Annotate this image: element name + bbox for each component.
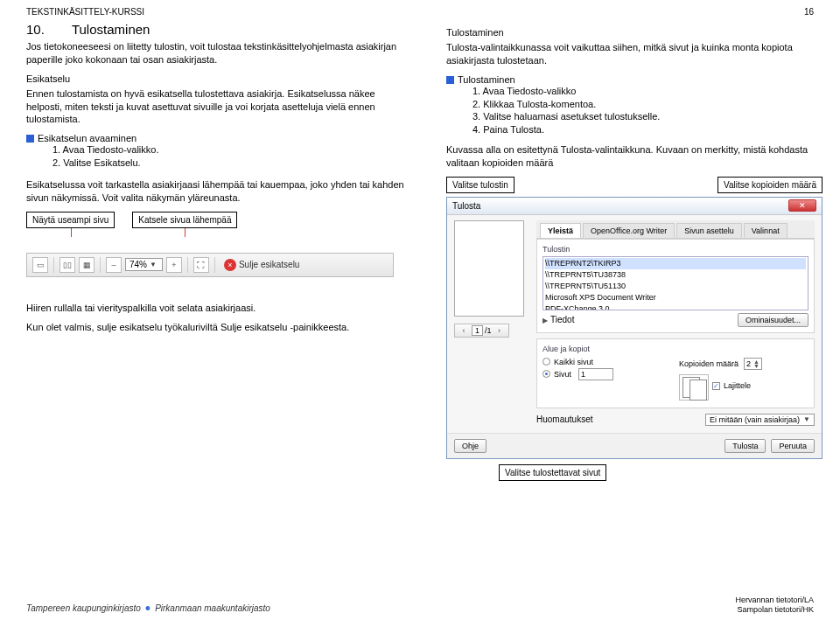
pages-input[interactable]: 1 bbox=[578, 368, 613, 380]
esikatselu-step-2: 2. Valitse Esikatselu. bbox=[52, 157, 411, 170]
print-button[interactable]: Tulosta bbox=[724, 439, 766, 453]
next-page-icon[interactable]: › bbox=[494, 326, 506, 335]
collate-icon bbox=[679, 374, 709, 401]
printer-item[interactable]: PDF-XChange 3.0 bbox=[545, 303, 806, 310]
radio-pages[interactable]: Sivut 1 bbox=[542, 368, 672, 380]
course-name: TEKSTINKÄSITTELY-KURSSI bbox=[26, 7, 144, 17]
page-footer: Hervannan tietotori/LA Sampolan tietotor… bbox=[735, 596, 814, 615]
esikatselu-step-1: 1. Avaa Tiedosto-valikko. bbox=[52, 143, 411, 157]
printer-item[interactable]: \\TREPRNT2\TKIRP3 bbox=[545, 258, 806, 269]
zoom-value[interactable]: 74%▼ bbox=[125, 258, 163, 271]
preview-toolbar: ▭ ▯▯ ▦ – 74%▼ + ⛶ × Sulje esikatselu bbox=[26, 253, 394, 277]
tab-writer[interactable]: OpenOffice.org Writer bbox=[583, 223, 675, 238]
esikatselu-p3: Hiiren rullalla tai vierityspalkilla voi… bbox=[26, 302, 411, 315]
esikatselu-p2: Esikatselussa voit tarkastella asiakirja… bbox=[26, 178, 411, 205]
cancel-button[interactable]: Peruuta bbox=[771, 439, 815, 453]
tulostaminen-p1: Tulosta-valintaikkunassa voit vaikuttaa … bbox=[446, 41, 822, 67]
tulostaminen-list-heading: Tulostaminen bbox=[458, 74, 515, 85]
printer-list[interactable]: \\TREPRNT2\TKIRP3 \\TREPRNT5\TU38738 \\T… bbox=[542, 256, 808, 310]
prev-page-icon[interactable]: ‹ bbox=[458, 326, 470, 335]
esikatselu-p1: Ennen tulostamista on hyvä esikatsella t… bbox=[26, 87, 411, 127]
radio-all-pages[interactable]: Kaikki sivut bbox=[542, 358, 672, 366]
page-single-icon[interactable]: ▭ bbox=[32, 257, 48, 273]
zoom-in-icon[interactable]: + bbox=[166, 257, 182, 273]
tulostaminen-step-2: 2. Klikkaa Tulosta-komentoa. bbox=[472, 98, 822, 111]
printer-item[interactable]: Microsoft XPS Document Writer bbox=[545, 292, 806, 303]
zoom-out-icon[interactable]: – bbox=[106, 257, 122, 273]
tulostaminen-step-4: 4. Paina Tulosta. bbox=[472, 123, 822, 136]
tulostaminen-step-1: 1. Avaa Tiedosto-valikko bbox=[472, 85, 822, 98]
library-logo: Tampereen kaupunginkirjasto • Pirkanmaan… bbox=[26, 603, 270, 613]
callout-zoom-closer: Katsele sivua lähempää bbox=[132, 212, 237, 228]
callout-select-pages: Valitse tulostettavat sivut bbox=[499, 464, 606, 481]
section-number: 10. bbox=[26, 22, 45, 37]
printer-item[interactable]: \\TREPRNT5\TU51130 bbox=[545, 281, 806, 292]
close-preview-label: Sulje esikatselu bbox=[239, 260, 299, 269]
page-counter-total: /1 bbox=[485, 326, 492, 335]
page-number: 16 bbox=[804, 7, 814, 17]
esikatselu-open-heading: Esikatselun avaaminen bbox=[38, 133, 136, 143]
page-counter-value[interactable]: 1 bbox=[472, 325, 483, 336]
callout-multi-page: Näytä useampi sivu bbox=[26, 212, 115, 228]
printer-item[interactable]: \\TREPRNT5\TU38738 bbox=[545, 269, 806, 281]
details-toggle[interactable]: Tiedot bbox=[550, 315, 574, 324]
esikatselu-heading: Esikatselu bbox=[26, 73, 411, 84]
page-dual-icon[interactable]: ▯▯ bbox=[60, 257, 75, 273]
dialog-close-button[interactable]: ✕ bbox=[788, 199, 816, 212]
close-icon: × bbox=[224, 259, 236, 271]
arrow-icon bbox=[26, 228, 115, 237]
group-printer-title: Tulostin bbox=[542, 245, 808, 254]
dialog-tabs: Yleistä OpenOffice.org Writer Sivun aset… bbox=[536, 220, 815, 239]
tab-general[interactable]: Yleistä bbox=[540, 223, 581, 238]
tab-layout[interactable]: Sivun asettelu bbox=[676, 223, 742, 238]
chevron-down-icon: ▼ bbox=[150, 261, 157, 268]
page-counter[interactable]: ‹ 1 /1 › bbox=[454, 324, 509, 338]
page-multi-icon[interactable]: ▦ bbox=[79, 257, 94, 273]
tulostaminen-step-3: 3. Valitse haluamasi asetukset tulostuks… bbox=[472, 110, 822, 123]
tab-options[interactable]: Valinnat bbox=[744, 223, 788, 238]
section-intro: Jos tietokoneeseesi on liitetty tulostin… bbox=[26, 40, 411, 66]
arrow-icon bbox=[132, 228, 237, 237]
page-preview-thumb bbox=[454, 220, 524, 317]
properties-button[interactable]: Ominaisuudet... bbox=[738, 313, 808, 327]
tulostaminen-p2: Kuvassa alla on esitettynä Tulosta-valin… bbox=[446, 143, 822, 170]
section-title: Tulostaminen bbox=[72, 22, 150, 37]
callout-select-printer: Valitse tulostin bbox=[446, 177, 514, 193]
callout-select-copies: Valitse kopioiden määrä bbox=[718, 177, 822, 193]
notes-select[interactable]: Ei mitään (vain asiakirjaa)▼ bbox=[705, 414, 815, 426]
collate-checkbox[interactable]: ✓Lajittele bbox=[679, 372, 808, 401]
fullscreen-icon[interactable]: ⛶ bbox=[193, 257, 209, 273]
triangle-icon[interactable]: ▶ bbox=[542, 317, 548, 324]
copies-input[interactable]: 2▲▼ bbox=[744, 358, 762, 370]
tulostaminen-heading: Tulostaminen bbox=[446, 27, 822, 38]
notes-label: Huomautukset bbox=[536, 414, 592, 424]
group-area-title: Alue ja kopiot bbox=[542, 345, 808, 353]
close-preview-button[interactable]: × Sulje esikatselu bbox=[220, 259, 303, 271]
esikatselu-p4: Kun olet valmis, sulje esikatselu työkal… bbox=[26, 321, 411, 334]
copies-label: Kopioiden määrä bbox=[679, 359, 738, 368]
chevron-down-icon: ▼ bbox=[803, 415, 810, 423]
help-button[interactable]: Ohje bbox=[454, 439, 486, 453]
square-bullet-icon bbox=[446, 76, 454, 84]
dialog-title: Tulosta bbox=[452, 201, 480, 211]
square-bullet-icon bbox=[26, 135, 34, 143]
print-dialog: Tulosta ✕ ‹ 1 /1 › Yleistä bbox=[446, 197, 822, 459]
